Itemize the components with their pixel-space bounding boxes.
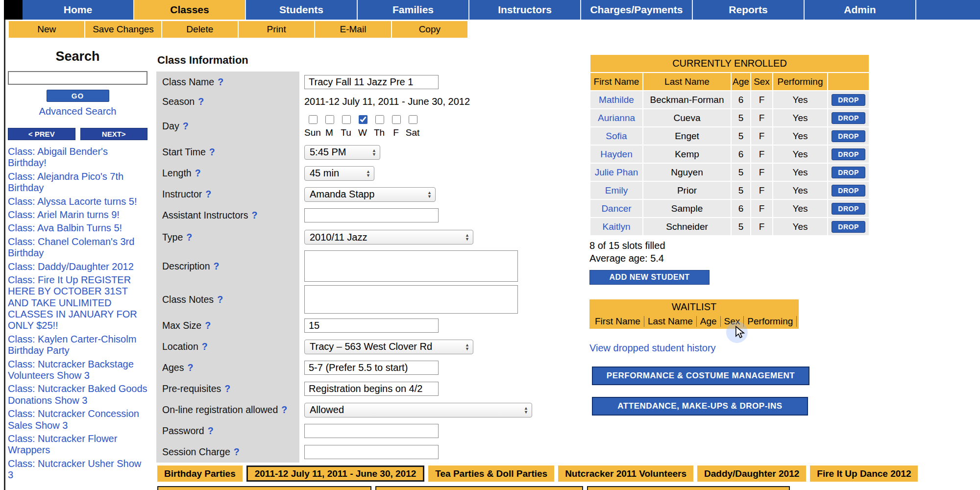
- class-link[interactable]: Class: Daddy/Daughter 2012: [8, 261, 147, 272]
- session-tab-row2-partial[interactable]: [587, 486, 790, 490]
- description-textarea[interactable]: [304, 250, 518, 282]
- student-first-name-link[interactable]: Kaitlyn: [590, 218, 643, 236]
- instructor-select[interactable]: Amanda Stapp ▲▼: [304, 187, 436, 202]
- length-select[interactable]: 45 min ▲▼: [304, 166, 374, 181]
- start-time-select[interactable]: 5:45 PM ▲▼: [304, 145, 380, 160]
- assistant-instructors-input[interactable]: [304, 208, 439, 222]
- student-first-name-link[interactable]: Emily: [590, 181, 643, 199]
- class-notes-textarea[interactable]: [304, 285, 518, 314]
- drop-button[interactable]: DROP: [832, 185, 865, 196]
- session-charge-input[interactable]: [304, 445, 439, 459]
- session-tab-daddy-daughter[interactable]: Daddy/Daughter 2012: [697, 466, 806, 482]
- class-link[interactable]: Class: Nutcracker Flower Wrappers: [8, 433, 147, 456]
- student-first-name-link[interactable]: Julie Phan: [590, 163, 643, 181]
- password-input[interactable]: [304, 424, 439, 438]
- attendance-makeups-button[interactable]: ATTENDANCE, MAKE-UPS & DROP-INS: [592, 397, 808, 416]
- next-button[interactable]: NEXT>: [80, 128, 148, 140]
- help-icon[interactable]: ?: [183, 121, 189, 131]
- class-link[interactable]: Class: Ariel Marin turns 9!: [8, 209, 147, 220]
- class-link[interactable]: Class: Alejandra Pico's 7th Birthday: [8, 171, 147, 194]
- day-checkbox-tue[interactable]: [342, 115, 351, 124]
- help-icon[interactable]: ?: [217, 294, 223, 305]
- toolbar-delete-button[interactable]: Delete: [162, 21, 239, 38]
- nav-tab-students[interactable]: Students: [246, 0, 358, 20]
- help-icon[interactable]: ?: [281, 404, 287, 415]
- search-input[interactable]: [8, 71, 147, 85]
- toolbar-new-button[interactable]: New: [9, 21, 85, 38]
- class-name-input[interactable]: [304, 75, 439, 89]
- help-icon[interactable]: ?: [224, 383, 230, 394]
- prerequisites-input[interactable]: [304, 382, 439, 396]
- session-tab-birthday-parties[interactable]: Birthday Parties: [157, 466, 243, 482]
- session-tab-2011-12[interactable]: 2011-12 July 11, 2011 - June 30, 2012: [246, 466, 425, 482]
- help-icon[interactable]: ?: [187, 362, 193, 373]
- student-first-name-link[interactable]: Mathilde: [590, 91, 643, 109]
- help-icon[interactable]: ?: [205, 320, 211, 331]
- toolbar-copy-button[interactable]: Copy: [392, 21, 467, 38]
- toolbar-print-button[interactable]: Print: [239, 21, 315, 38]
- add-new-student-button[interactable]: ADD NEW STUDENT: [589, 270, 710, 285]
- help-icon[interactable]: ?: [214, 261, 220, 271]
- location-select[interactable]: Tracy – 563 West Clover Rd ▲▼: [304, 340, 473, 354]
- class-link[interactable]: Class: Nutcracker Backstage Volunteers S…: [8, 359, 147, 382]
- class-link[interactable]: Class: Nutcracker Usher Show 3: [8, 458, 147, 481]
- max-size-input[interactable]: [304, 318, 439, 333]
- class-link[interactable]: Class: Nutcracker Baked Goods Donations …: [8, 383, 147, 406]
- nav-tab-home[interactable]: Home: [23, 0, 134, 20]
- drop-button[interactable]: DROP: [832, 148, 865, 160]
- type-select[interactable]: 2010/11 Jazz ▲▼: [304, 230, 473, 245]
- class-link[interactable]: Class: Ava Balbin Turns 5!: [8, 222, 147, 234]
- help-icon[interactable]: ?: [202, 341, 208, 352]
- drop-button[interactable]: DROP: [832, 167, 865, 178]
- drop-button[interactable]: DROP: [832, 112, 865, 124]
- online-registration-select[interactable]: Allowed ▲▼: [304, 403, 532, 417]
- help-icon[interactable]: ?: [205, 189, 211, 199]
- nav-tab-instructors[interactable]: Instructors: [469, 0, 581, 20]
- help-icon[interactable]: ?: [195, 168, 201, 178]
- help-icon[interactable]: ?: [234, 446, 240, 457]
- nav-tab-families[interactable]: Families: [358, 0, 469, 20]
- session-tab-nutcracker-volunteers[interactable]: Nutcracker 2011 Volunteers: [558, 466, 693, 482]
- help-icon[interactable]: ?: [209, 147, 215, 157]
- drop-button[interactable]: DROP: [832, 94, 865, 106]
- ages-input[interactable]: [304, 361, 439, 375]
- session-tab-row2-partial[interactable]: [375, 486, 583, 490]
- session-tab-row2-partial[interactable]: [157, 486, 371, 490]
- day-checkbox-sun[interactable]: [309, 115, 318, 124]
- class-link[interactable]: Class: Abigail Bender's Birthday!: [8, 146, 147, 169]
- advanced-search-link[interactable]: Advanced Search: [8, 106, 147, 117]
- class-link[interactable]: Class: Chanel Coleman's 3rd Birthday: [8, 236, 147, 259]
- day-checkbox-mon[interactable]: [325, 115, 334, 124]
- student-first-name-link[interactable]: Hayden: [590, 145, 643, 163]
- class-link[interactable]: Class: Kaylen Carter-Chisolm Birthday Pa…: [8, 334, 147, 357]
- class-link[interactable]: Class: Fire It Up REGISTER HERE BY OCTOB…: [8, 274, 147, 332]
- day-checkbox-wed[interactable]: [359, 115, 368, 124]
- day-checkbox-fri[interactable]: [392, 115, 401, 124]
- student-first-name-link[interactable]: Sofia: [590, 127, 643, 145]
- toolbar-save-changes-button[interactable]: Save Changes: [85, 21, 162, 38]
- help-icon[interactable]: ?: [198, 96, 204, 107]
- prev-button[interactable]: < PREV: [8, 128, 75, 140]
- student-first-name-link[interactable]: Dancer: [590, 199, 643, 218]
- nav-tab-admin[interactable]: Admin: [805, 0, 916, 20]
- class-link[interactable]: Class: Alyssa Lacorte turns 5!: [8, 196, 147, 207]
- help-icon[interactable]: ?: [218, 76, 223, 87]
- drop-button[interactable]: DROP: [832, 203, 865, 215]
- class-link[interactable]: Class: Nutcracker Concession Sales Show …: [8, 408, 147, 431]
- toolbar-email-button[interactable]: E-Mail: [315, 21, 392, 38]
- performance-costume-button[interactable]: PERFORMANCE & COSTUME MANAGEMENT: [592, 367, 809, 385]
- session-tab-fire-it-up[interactable]: Fire It Up Dance 2012: [810, 466, 918, 482]
- view-dropped-history-link[interactable]: View dropped student history: [589, 343, 716, 354]
- go-button[interactable]: GO: [47, 90, 109, 102]
- day-checkbox-sat[interactable]: [409, 115, 417, 124]
- help-icon[interactable]: ?: [252, 210, 258, 220]
- drop-button[interactable]: DROP: [832, 130, 865, 142]
- student-first-name-link[interactable]: Aurianna: [590, 109, 643, 127]
- drop-button[interactable]: DROP: [832, 221, 865, 233]
- session-tab-tea-parties[interactable]: Tea Parties & Doll Parties: [428, 466, 554, 482]
- nav-tab-reports[interactable]: Reports: [693, 0, 805, 20]
- nav-tab-classes[interactable]: Classes: [134, 0, 246, 20]
- help-icon[interactable]: ?: [186, 232, 192, 243]
- day-checkbox-thu[interactable]: [375, 115, 384, 124]
- help-icon[interactable]: ?: [208, 425, 214, 436]
